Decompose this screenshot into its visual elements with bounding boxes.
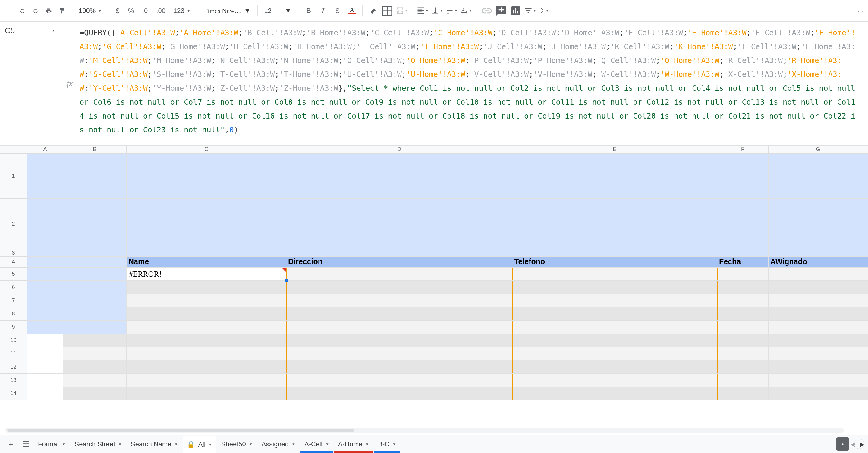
borders-button[interactable] <box>381 5 393 17</box>
row-header-14[interactable]: 14 <box>0 387 27 400</box>
italic-button[interactable]: I <box>317 5 329 17</box>
cell-D5[interactable] <box>286 267 513 281</box>
explore-button[interactable]: ✦ <box>836 437 849 451</box>
cell-D2[interactable] <box>286 199 513 249</box>
row-header-11[interactable]: 11 <box>0 347 27 360</box>
cell-E2[interactable] <box>513 199 717 249</box>
insert-chart-button[interactable] <box>510 5 522 17</box>
cell-C12[interactable] <box>127 360 286 373</box>
cell-D1[interactable] <box>286 153 513 198</box>
cell-F2[interactable] <box>717 199 769 249</box>
cell-E14[interactable] <box>513 387 717 400</box>
zoom-select[interactable]: 100%▼ <box>76 7 104 15</box>
format-currency-button[interactable]: $ <box>113 7 122 15</box>
add-sheet-button[interactable]: + <box>4 437 18 452</box>
cell-E13[interactable] <box>513 374 717 387</box>
sheet-tab-search-street[interactable]: Search Street▼ <box>70 436 126 453</box>
cell-B8[interactable] <box>63 307 127 320</box>
row-header-8[interactable]: 8 <box>0 307 27 320</box>
cell-F14[interactable] <box>717 387 769 400</box>
column-header-C[interactable]: C <box>127 146 286 153</box>
cell-B4[interactable] <box>63 257 127 267</box>
cell-G4[interactable]: AWignado <box>769 257 868 267</box>
cell-C11[interactable] <box>127 347 286 360</box>
cell-C1[interactable] <box>127 153 286 198</box>
cell-A2[interactable] <box>27 199 63 249</box>
cell-E9[interactable] <box>513 320 717 334</box>
cell-E3[interactable] <box>513 249 717 256</box>
insert-comment-button[interactable] <box>495 5 507 17</box>
cell-A13[interactable] <box>27 374 63 387</box>
cell-C8[interactable] <box>127 307 286 320</box>
cell-F5[interactable] <box>717 267 769 281</box>
cell-G3[interactable] <box>769 249 868 256</box>
cell-C3[interactable] <box>127 249 286 256</box>
row-header-7[interactable]: 7 <box>0 294 27 307</box>
insert-link-button[interactable] <box>481 5 493 17</box>
cell-E6[interactable] <box>513 281 717 294</box>
formula-bar[interactable]: =QUERY({'A-Cell'!A3:W;'A-Home'!A3:W;'B-C… <box>73 22 868 145</box>
column-header-A[interactable]: A <box>27 146 63 153</box>
paint-format-button[interactable] <box>57 5 67 16</box>
cell-B2[interactable] <box>63 199 127 249</box>
row-header-9[interactable]: 9 <box>0 320 27 334</box>
cell-A6[interactable] <box>27 281 63 294</box>
cell-A1[interactable] <box>27 153 63 198</box>
cell-D11[interactable] <box>286 347 513 360</box>
bold-button[interactable]: B <box>303 5 315 17</box>
cell-F4[interactable]: Fecha <box>717 257 769 267</box>
cell-F13[interactable] <box>717 374 769 387</box>
undo-button[interactable] <box>17 5 28 16</box>
cell-C4[interactable]: Name <box>127 257 286 267</box>
cell-A14[interactable] <box>27 387 63 400</box>
cell-A7[interactable] <box>27 294 63 307</box>
cell-C9[interactable] <box>127 320 286 334</box>
cell-C10[interactable] <box>127 334 286 347</box>
cell-G9[interactable] <box>769 320 868 334</box>
vertical-align-button[interactable]: ▼ <box>431 5 443 17</box>
cell-F9[interactable] <box>717 320 769 334</box>
cell-E8[interactable] <box>513 307 717 320</box>
cell-B7[interactable] <box>63 294 127 307</box>
row-header-3[interactable]: 3 <box>0 249 27 257</box>
cell-F11[interactable] <box>717 347 769 360</box>
cell-D12[interactable] <box>286 360 513 373</box>
decrease-decimal-button[interactable]: .0 <box>139 7 151 15</box>
cell-B11[interactable] <box>63 347 127 360</box>
cell-D7[interactable] <box>286 294 513 307</box>
cell-G5[interactable] <box>769 267 868 281</box>
row-header-12[interactable]: 12 <box>0 360 27 374</box>
cell-C5[interactable]: #ERROR! <box>127 267 286 281</box>
cell-E5[interactable] <box>513 267 717 281</box>
increase-decimal-button[interactable]: .00 <box>153 7 168 15</box>
cell-D8[interactable] <box>286 307 513 320</box>
cell-G6[interactable] <box>769 281 868 294</box>
cell-E4[interactable]: Telefono <box>513 257 717 267</box>
row-header-5[interactable]: 5 <box>0 267 27 281</box>
all-sheets-button[interactable]: ☰ <box>19 437 33 452</box>
fill-color-button[interactable] <box>367 5 379 17</box>
cell-C14[interactable] <box>127 387 286 400</box>
cell-D13[interactable] <box>286 374 513 387</box>
cell-E1[interactable] <box>513 153 717 198</box>
sheet-tab-b-c[interactable]: B-C▼ <box>374 436 400 453</box>
sheet-tab-format[interactable]: Format▼ <box>34 436 70 453</box>
cell-G14[interactable] <box>769 387 868 400</box>
column-header-B[interactable]: B <box>63 146 127 153</box>
cell-F10[interactable] <box>717 334 769 347</box>
cell-E11[interactable] <box>513 347 717 360</box>
column-header-D[interactable]: D <box>286 146 513 153</box>
cell-D9[interactable] <box>286 320 513 334</box>
cell-F3[interactable] <box>717 249 769 256</box>
cell-C6[interactable] <box>127 281 286 294</box>
cell-A11[interactable] <box>27 347 63 360</box>
font-select[interactable]: Times New…▼ <box>202 7 253 15</box>
cell-G10[interactable] <box>769 334 868 347</box>
cell-C7[interactable] <box>127 294 286 307</box>
cell-G7[interactable] <box>769 294 868 307</box>
sheet-tab-a-cell[interactable]: A-Cell▼ <box>300 436 333 453</box>
cell-D6[interactable] <box>286 281 513 294</box>
row-header-1[interactable]: 1 <box>0 153 27 199</box>
cell-C2[interactable] <box>127 199 286 249</box>
text-wrap-button[interactable]: ▼ <box>445 5 458 17</box>
